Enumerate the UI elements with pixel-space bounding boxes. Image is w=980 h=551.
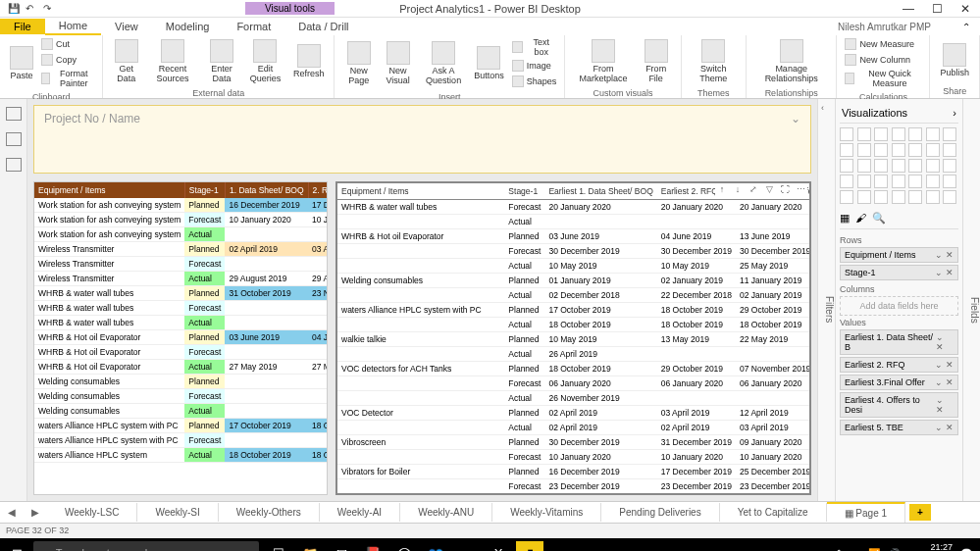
table-row[interactable]: waters Alliance HPLC system with PCForec… — [34, 433, 328, 448]
field-well-item[interactable]: Earliest 1. Data Sheet/ B⌄ ✕ — [840, 329, 958, 355]
page-tab[interactable]: Weekly-Others — [219, 503, 320, 522]
viz-type-icon[interactable] — [908, 143, 922, 157]
slicer-project[interactable]: Project No / Name ⌄ — [33, 105, 811, 174]
image-button[interactable]: Image — [510, 59, 559, 75]
viz-type-icon[interactable] — [926, 190, 940, 204]
viz-type-icon[interactable] — [840, 190, 853, 204]
tab-view[interactable]: View — [101, 19, 152, 34]
table-row[interactable]: Wireless TransmitterForecast — [34, 257, 328, 272]
table-row[interactable]: VOC detectors for ACH TanksPlanned18 Oct… — [337, 362, 811, 376]
remove-field-icon[interactable]: ⌄ ✕ — [936, 395, 954, 415]
new-visual-button[interactable]: New Visual — [379, 39, 417, 88]
edit-queries-button[interactable]: Edit Queries — [243, 37, 287, 86]
page-tab[interactable]: Yet to Capitalize — [720, 503, 827, 522]
drill-up-icon[interactable]: ↑ — [716, 183, 728, 195]
table-row[interactable]: Actual02 April 201902 April 201903 April… — [337, 421, 811, 435]
viz-type-icon[interactable] — [926, 175, 940, 188]
table-row[interactable]: Actual18 October 201918 October 201918 O… — [337, 318, 811, 332]
drill-down-icon[interactable]: ↓ — [732, 183, 744, 195]
table-row[interactable]: Welding consumablesPlanned01 January 201… — [337, 274, 811, 288]
page-tab[interactable]: Weekly-AI — [320, 503, 400, 522]
table-visual-left[interactable]: Equipment / ItemsStage-11. Data Sheet/ B… — [33, 181, 328, 495]
viz-type-icon[interactable] — [840, 127, 853, 141]
ask-question-button[interactable]: Ask A Question — [419, 39, 468, 88]
format-tab-icon[interactable]: 🖌 — [855, 212, 866, 225]
filter-icon[interactable]: ▽ — [763, 183, 775, 195]
table-row[interactable]: WHRB & water wall tubesPlanned31 October… — [34, 286, 328, 301]
report-canvas[interactable]: Project No / Name ⌄ Equipment / ItemsSta… — [27, 99, 817, 501]
table-row[interactable]: WHRB & Hot oil EvaporatorActual27 May 20… — [34, 360, 328, 375]
viz-type-icon[interactable] — [908, 159, 922, 173]
close-icon[interactable]: ✕ — [960, 2, 970, 16]
field-well-item[interactable]: Earliest 5. TBE⌄ ✕ — [840, 420, 958, 435]
maximize-icon[interactable]: ☐ — [932, 2, 943, 16]
column-header[interactable]: Stage-1 — [184, 182, 225, 198]
table-row[interactable]: Work station for ash conveying systemPla… — [34, 198, 328, 213]
get-data-button[interactable]: Get Data — [109, 37, 143, 86]
minimize-icon[interactable]: — — [903, 2, 914, 16]
refresh-button[interactable]: Refresh — [289, 42, 329, 81]
chevron-left-icon[interactable]: ‹ — [821, 103, 824, 113]
viz-type-icon[interactable] — [943, 127, 956, 141]
column-header[interactable]: Equipment / Items — [34, 182, 184, 198]
viz-type-icon[interactable] — [943, 175, 956, 188]
explorer-icon[interactable]: 📁 — [296, 541, 324, 551]
column-header[interactable]: 1. Data Sheet/ BOQ — [225, 182, 308, 198]
wifi-icon[interactable]: 📶 — [868, 548, 880, 552]
matrix-visual-right[interactable]: ↑ ↓ ⤢ ▽ ⛶ ⋯ Equipment / ItemsStage-1Earl… — [335, 181, 811, 495]
tab-home[interactable]: Home — [45, 18, 101, 35]
table-row[interactable]: WHRB & water wall tubesForecast20 Januar… — [337, 200, 811, 215]
format-painter-button[interactable]: Format Painter — [39, 69, 96, 90]
tray-up-icon[interactable]: ⌃ — [835, 548, 843, 552]
field-well-item[interactable]: Equipment / Items⌄ ✕ — [840, 247, 958, 263]
save-icon[interactable]: 💾 — [8, 3, 20, 15]
buttons-button[interactable]: Buttons — [470, 44, 508, 83]
page-tab[interactable]: Weekly-LSC — [47, 503, 137, 522]
tab-format[interactable]: Format — [223, 19, 284, 34]
field-well-item[interactable]: Stage-1⌄ ✕ — [840, 265, 958, 280]
cloud-icon[interactable]: ☁ — [851, 548, 860, 552]
undo-icon[interactable]: ↶ — [26, 3, 37, 15]
viz-type-icon[interactable] — [840, 159, 853, 173]
remove-field-icon[interactable]: ⌄ ✕ — [935, 250, 954, 260]
page-tab[interactable]: Pending Deliveries — [601, 503, 719, 522]
more-icon[interactable]: ⋯ — [795, 183, 806, 195]
focus-icon[interactable]: ⛶ — [779, 183, 791, 195]
page-prev-icon[interactable]: ◀ — [0, 507, 24, 518]
field-well-item[interactable]: Earliest 3.Final Offer⌄ ✕ — [840, 375, 958, 390]
viz-type-icon[interactable] — [926, 143, 940, 157]
table-row[interactable]: WHRB & Hot oil EvaporatorPlanned03 June … — [34, 330, 328, 345]
table-row[interactable]: VOC DetectorPlanned02 April 201903 April… — [337, 406, 811, 421]
copy-button[interactable]: Copy — [39, 53, 96, 69]
fields-pane[interactable]: Fields — [962, 99, 980, 501]
remove-field-icon[interactable]: ⌄ ✕ — [935, 360, 954, 370]
paste-button[interactable]: Paste — [6, 44, 37, 83]
viz-type-icon[interactable] — [892, 175, 905, 188]
cut-button[interactable]: Cut — [39, 37, 96, 53]
column-header[interactable]: Earliest 1. Data Sheet/ BOQ — [544, 183, 656, 200]
start-button[interactable]: ⊞ — [0, 546, 33, 552]
viz-type-icon[interactable] — [892, 143, 905, 157]
viz-type-icon[interactable] — [926, 159, 940, 173]
viz-type-icon[interactable] — [874, 127, 888, 141]
enter-data-button[interactable]: Enter Data — [202, 37, 241, 86]
viz-type-icon[interactable] — [857, 159, 871, 173]
viz-type-icon[interactable] — [908, 127, 922, 141]
textbox-button[interactable]: Text box — [510, 37, 559, 59]
table-row[interactable]: Forecast06 January 202006 January 202006… — [337, 376, 811, 391]
user-name[interactable]: Nilesh Amrutkar PMP — [838, 22, 980, 32]
teams-icon[interactable]: 👥 — [422, 541, 449, 551]
viz-type-icon[interactable] — [874, 175, 888, 188]
expand-icon[interactable]: ⤢ — [748, 183, 759, 195]
viz-type-icon[interactable] — [857, 175, 871, 188]
remove-field-icon[interactable]: ⌄ ✕ — [936, 332, 954, 352]
recent-sources-button[interactable]: Recent Sources — [145, 37, 200, 86]
viz-type-icon[interactable] — [840, 175, 853, 188]
chevron-down-icon[interactable]: ⌄ — [791, 112, 800, 125]
remove-field-icon[interactable]: ⌄ ✕ — [935, 268, 954, 277]
powerbi-icon[interactable]: ▮ — [516, 541, 543, 551]
table-row[interactable]: Forecast30 December 201930 December 2019… — [337, 244, 811, 259]
viz-type-icon[interactable] — [908, 190, 922, 204]
viz-type-icon[interactable] — [943, 143, 956, 157]
outlook-icon[interactable]: ✉ — [328, 541, 355, 551]
